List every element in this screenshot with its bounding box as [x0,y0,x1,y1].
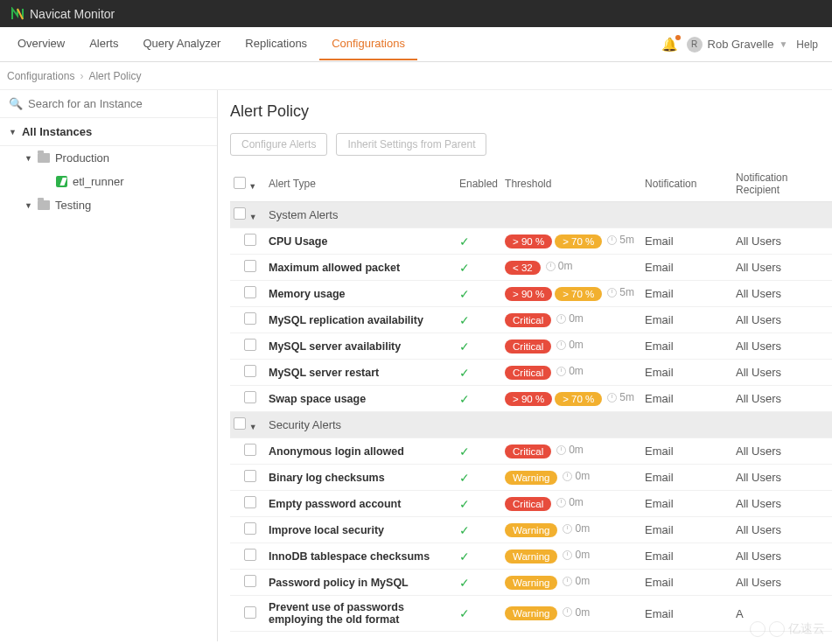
group-name: Security Alerts [265,412,832,438]
table-row[interactable]: MySQL server restart✓Critical0mEmailAll … [230,360,832,386]
watermark: 亿速云 [750,621,825,637]
row-checkbox[interactable] [244,339,256,351]
row-checkbox[interactable] [244,606,256,619]
col-threshold[interactable]: Threshold [501,166,641,202]
alert-type: MySQL server availability [265,333,456,360]
alert-table: ▼ Alert Type Enabled Threshold Notificat… [230,166,832,632]
folder-icon [38,153,50,163]
alert-type: Password policy in MySQL [265,570,456,596]
check-icon: ✓ [459,366,470,380]
chevron-right-icon: › [80,70,83,82]
group-row[interactable]: ▼System Alerts [230,202,832,228]
help-link[interactable]: Help [796,38,818,51]
all-instances-header[interactable]: ▼ All Instances [0,118,217,146]
duration: 0m [556,339,584,351]
dropdown-icon[interactable]: ▼ [248,182,256,191]
configure-alerts-button[interactable]: Configure Alerts [230,133,327,156]
group-row[interactable]: ▼Security Alerts [230,412,832,438]
row-checkbox[interactable] [244,496,256,508]
chevron-down-icon: ▼ [779,39,787,49]
notification: Email [641,491,732,517]
table-row[interactable]: MySQL server availability✓Critical0mEmai… [230,333,832,360]
logo[interactable]: Navicat Monitor [10,7,115,21]
row-checkbox[interactable] [244,312,256,325]
tree-label: etl_runner [73,175,124,188]
row-checkbox[interactable] [244,391,256,403]
threshold-pill: > 90 % [505,287,552,301]
col-enabled[interactable]: Enabled [456,166,501,202]
threshold-pill: Critical [505,313,551,327]
check-icon: ✓ [459,497,470,511]
clock-icon [556,314,566,324]
table-row[interactable]: Password policy in MySQL✓Warning0mEmailA… [230,570,832,596]
table-row[interactable]: Binary log checksums✓Warning0mEmailAll U… [230,465,832,491]
alert-type: Memory usage [265,281,456,307]
row-checkbox[interactable] [244,575,256,587]
threshold-pill: Warning [505,606,557,620]
row-checkbox[interactable] [244,365,256,377]
alert-type: Swap space usage [265,386,456,412]
row-checkbox[interactable] [244,522,256,535]
duration: 5m [607,286,634,298]
tree-folder-testing[interactable]: ▼ Testing [0,193,217,217]
table-row[interactable]: Swap space usage✓> 90 %> 70 %5mEmailAll … [230,386,832,412]
user-menu[interactable]: R Rob Gravelle ▼ [687,37,788,52]
triangle-down-icon: ▼ [24,154,32,163]
select-all-checkbox[interactable] [234,177,246,189]
group-checkbox[interactable] [234,207,246,220]
bell-icon[interactable]: 🔔 [661,37,678,52]
nav-query-analyzer[interactable]: Query Analyzer [130,28,233,60]
duration: 5m [607,391,634,403]
duration: 5m [607,234,634,246]
notification: Email [641,386,732,412]
nav-configurations[interactable]: Configurations [319,28,417,60]
search-icon: 🔍 [9,97,23,110]
database-icon [56,176,67,187]
nav-replications[interactable]: Replications [233,28,319,60]
alert-type: Prevent use of passwords employing the o… [265,596,456,632]
check-icon: ✓ [459,471,470,485]
clock-icon [556,498,566,508]
recipient: All Users [732,281,832,307]
tree-folder-production[interactable]: ▼ Production [0,146,217,170]
threshold-pill: > 70 % [555,287,602,301]
nav-overview[interactable]: Overview [5,28,77,60]
table-row[interactable]: MySQL replication availability✓Critical0… [230,307,832,333]
table-row[interactable]: Maximum allowed packet✓< 320mEmailAll Us… [230,255,832,281]
notification: Email [641,570,732,596]
breadcrumb-leaf: Alert Policy [88,70,141,82]
clock-icon [563,577,572,586]
clock-icon [556,367,566,376]
inherit-settings-button[interactable]: Inherit Settings from Parent [336,133,486,156]
group-name: System Alerts [265,202,832,228]
row-checkbox[interactable] [244,549,256,561]
table-row[interactable]: Anonymous login allowed✓Critical0mEmailA… [230,438,832,465]
nav-alerts[interactable]: Alerts [77,28,130,60]
alert-type: InnoDB tablespace checksums [265,543,456,570]
row-checkbox[interactable] [244,470,256,482]
threshold-pill: Warning [505,550,557,564]
row-checkbox[interactable] [244,234,256,246]
breadcrumb-root[interactable]: Configurations [7,70,74,82]
search-input[interactable] [28,97,208,110]
recipient: All Users [732,543,832,570]
row-checkbox[interactable] [244,444,256,456]
search-box[interactable]: 🔍 [0,90,217,118]
check-icon: ✓ [459,313,470,327]
table-row[interactable]: Empty password account✓Critical0mEmailAl… [230,491,832,517]
recipient: All Users [732,465,832,491]
tree-db-etl_runner[interactable]: etl_runner [0,170,217,193]
col-alert-type[interactable]: Alert Type [265,166,456,202]
table-row[interactable]: Prevent use of passwords employing the o… [230,596,832,632]
row-checkbox[interactable] [244,286,256,298]
table-row[interactable]: InnoDB tablespace checksums✓Warning0mEma… [230,543,832,570]
row-checkbox[interactable] [244,260,256,272]
table-row[interactable]: Memory usage✓> 90 %> 70 %5mEmailAll User… [230,281,832,307]
col-recipient[interactable]: Notification Recipient [732,166,832,202]
col-notification[interactable]: Notification [641,166,732,202]
group-checkbox[interactable] [234,417,246,430]
table-row[interactable]: CPU Usage✓> 90 %> 70 %5mEmailAll Users [230,228,832,255]
check-icon: ✓ [459,444,470,458]
table-row[interactable]: Improve local security✓Warning0mEmailAll… [230,517,832,543]
recipient: All Users [732,517,832,543]
